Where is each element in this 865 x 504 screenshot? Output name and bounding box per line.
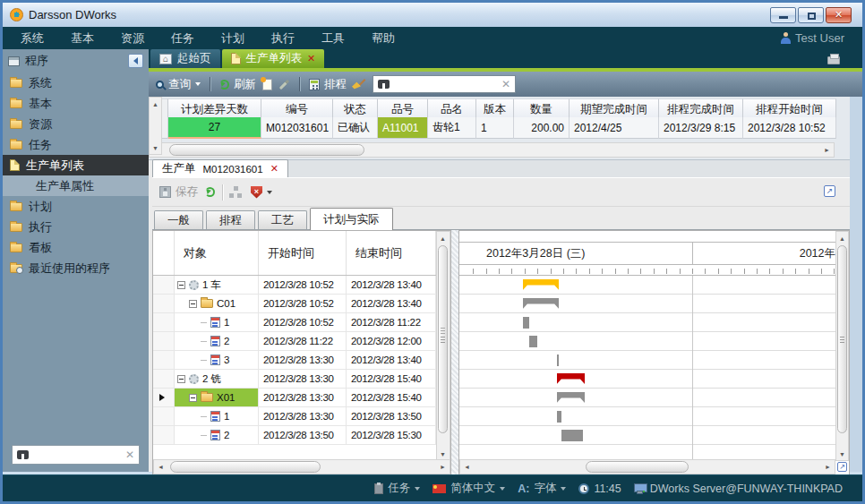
tree-row-2[interactable]: 12012/3/28 10:522012/3/28 11:22 — [153, 313, 450, 332]
tab-0[interactable]: ⌂起始页 — [150, 49, 220, 68]
tree-horizontal-scrollbar[interactable]: ◄► — [153, 459, 450, 474]
gantt-bar-2[interactable] — [523, 317, 529, 329]
tree-cell-object[interactable]: 2 铣 — [175, 370, 259, 389]
open-external-icon[interactable]: ↗ — [824, 185, 835, 197]
minimize-button[interactable] — [770, 7, 796, 23]
tree-cell-object[interactable]: 1 — [175, 407, 259, 426]
clean-button[interactable] — [353, 78, 366, 90]
tree-row-7[interactable]: 12012/3/28 13:302012/3/28 13:50 — [153, 407, 450, 426]
sidebar-item-6[interactable]: 计划 — [3, 196, 149, 217]
save-button[interactable]: 保存 — [159, 184, 198, 200]
grid-cell-9[interactable]: 2012/3/28 10:52 — [743, 117, 836, 139]
menu-item-7[interactable]: 帮助 — [372, 30, 395, 47]
grid-cell-5[interactable]: 1 — [476, 117, 514, 139]
gantt-bar-4[interactable] — [557, 355, 559, 366]
tree-expander-icon[interactable] — [189, 300, 197, 308]
sidebar-item-5[interactable]: 生产单属性 — [3, 175, 149, 196]
maximize-button[interactable] — [798, 7, 824, 23]
tree-cell-object[interactable]: 3 — [175, 351, 259, 370]
grid-cell-2[interactable]: 已确认 — [333, 117, 378, 139]
toolbar-search-box[interactable]: ✕ — [373, 75, 516, 93]
language-menu[interactable]: 简体中文 — [432, 481, 505, 496]
gantt-popout-corner[interactable]: ↗ — [835, 459, 849, 474]
detail-tab-close-icon[interactable]: ✕ — [270, 163, 278, 175]
tree-col-start[interactable]: 开始时间 — [259, 231, 347, 275]
menu-item-1[interactable]: 基本 — [71, 30, 94, 47]
sidebar-item-4[interactable]: 生产单列表 — [3, 155, 149, 175]
tree-row-4[interactable]: 32012/3/28 13:302012/3/28 13:40 — [153, 351, 450, 370]
sidebar-search-input[interactable] — [33, 448, 121, 461]
sidebar-item-7[interactable]: 执行 — [3, 217, 149, 237]
validate-button[interactable]: × — [251, 186, 272, 199]
close-button[interactable]: ✕ — [826, 7, 852, 23]
sidebar-collapse-button[interactable] — [128, 54, 143, 68]
toolbar-search-clear-icon[interactable]: ✕ — [501, 78, 510, 90]
menu-item-0[interactable]: 系统 — [21, 30, 44, 47]
hierarchy-button[interactable] — [230, 186, 244, 198]
tree-cell-object[interactable]: 1 车 — [175, 276, 259, 295]
detail-tab[interactable]: 生产单 M012031601 ✕ — [152, 159, 288, 177]
gantt-bar-6[interactable] — [557, 392, 585, 403]
subtab-0[interactable]: 一般 — [154, 210, 203, 229]
task-menu[interactable]: 任务 — [374, 481, 420, 496]
subtab-1[interactable]: 排程 — [206, 210, 255, 229]
printer-icon[interactable] — [827, 56, 840, 64]
tree-col-object[interactable]: 对象 — [175, 231, 259, 275]
grid-cell-3[interactable]: A11001 — [378, 117, 428, 139]
tree-cell-object[interactable]: C01 — [175, 295, 259, 313]
grid-cell-6[interactable]: 200.00 — [514, 117, 570, 139]
refresh-button[interactable]: 刷新 — [219, 77, 256, 92]
menu-item-2[interactable]: 资源 — [121, 30, 144, 47]
open-external-icon[interactable]: ↗ — [837, 462, 847, 472]
sidebar-search-clear-icon[interactable]: ✕ — [125, 448, 134, 461]
grid-cell-4[interactable]: 齿轮1 — [428, 117, 476, 139]
menu-item-4[interactable]: 计划 — [221, 30, 244, 47]
tree-row-3[interactable]: 22012/3/28 11:222012/3/28 12:00 — [153, 332, 450, 351]
sidebar-item-8[interactable]: 看板 — [3, 237, 149, 258]
tree-row-5[interactable]: 2 铣2012/3/28 13:302012/3/28 15:40 — [153, 370, 450, 389]
tree-row-6[interactable]: X012012/3/28 13:302012/3/28 15:40 — [153, 389, 450, 407]
sidebar-item-3[interactable]: 任务 — [3, 134, 149, 155]
grid-cell-1[interactable]: M012031601 — [261, 117, 333, 139]
tree-vertical-scrollbar[interactable]: ▲▼ — [436, 231, 450, 459]
menu-item-3[interactable]: 任务 — [171, 30, 194, 47]
grid-cell-0[interactable]: 27 — [168, 117, 261, 139]
tree-expander-icon[interactable] — [177, 281, 185, 289]
detail-refresh-button[interactable] — [205, 187, 215, 197]
tree-row-8[interactable]: 22012/3/28 13:502012/3/28 15:30 — [153, 426, 450, 445]
splitter-handle[interactable] — [451, 230, 458, 475]
new-button[interactable] — [262, 79, 272, 90]
gantt-bar-5[interactable] — [557, 373, 585, 384]
gantt-bar-8[interactable] — [561, 430, 583, 441]
tab-close-icon[interactable]: ✕ — [307, 53, 315, 64]
gantt-bar-0[interactable] — [523, 279, 559, 290]
tree-cell-object[interactable]: 2 — [175, 332, 259, 351]
query-button[interactable]: 查询 — [156, 77, 201, 92]
grid-cell-7[interactable]: 2012/4/25 — [570, 117, 659, 139]
tree-row-1[interactable]: C012012/3/28 10:522012/3/28 13:40 — [153, 295, 450, 313]
gantt-bar-3[interactable] — [529, 336, 537, 347]
tab-1[interactable]: 生产单列表✕ — [222, 49, 325, 68]
gantt-vertical-scrollbar[interactable]: ▲▼ — [835, 231, 849, 461]
tree-row-0[interactable]: 1 车2012/3/28 10:522012/3/28 13:40 — [153, 276, 450, 295]
sidebar-item-2[interactable]: 资源 — [3, 114, 149, 134]
gantt-bar-1[interactable] — [523, 298, 559, 309]
validate-dropdown-caret[interactable] — [267, 191, 272, 197]
gantt-horizontal-scrollbar[interactable]: ◄► — [459, 459, 835, 474]
schedule-button[interactable]: 排程 — [309, 77, 347, 92]
current-user[interactable]: Test User — [781, 31, 844, 45]
edit-button[interactable] — [278, 83, 290, 86]
query-dropdown-caret[interactable] — [195, 82, 201, 89]
grid-vertical-scrollbar[interactable]: ▲▼ — [149, 97, 162, 155]
grid-cell-8[interactable]: 2012/3/29 8:15 — [659, 117, 743, 139]
tree-cell-object[interactable]: 2 — [175, 426, 259, 445]
toolbar-search-input[interactable] — [394, 78, 497, 90]
subtab-2[interactable]: 工艺 — [258, 210, 307, 229]
sidebar-item-9[interactable]: 最近使用的程序 — [3, 258, 149, 278]
menu-item-6[interactable]: 工具 — [321, 30, 345, 47]
grid-data-row[interactable]: 27M012031601已确认A11001齿轮11200.002012/4/25… — [149, 117, 836, 136]
font-menu[interactable]: A: 字体 — [518, 481, 566, 496]
sidebar-item-1[interactable]: 基本 — [3, 93, 149, 114]
tree-cell-object[interactable]: X01 — [175, 389, 259, 407]
gantt-bar-7[interactable] — [557, 411, 561, 423]
